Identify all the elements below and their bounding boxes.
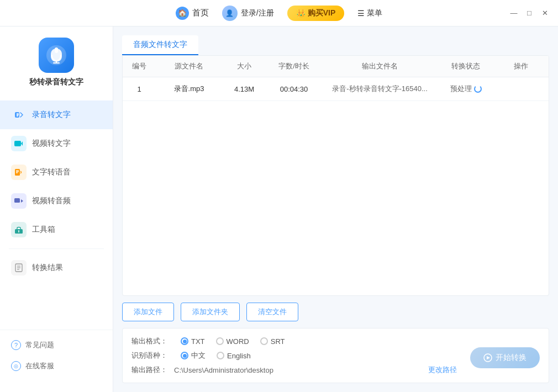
start-btn-area: 开始转换 [470, 347, 540, 368]
file-table: 编号 源文件名 大小 字数/时长 输出文件名 转换状态 操作 1 录音.mp3 … [122, 55, 549, 296]
faq-label: 常见问题 [25, 340, 54, 350]
minimize-button[interactable]: — [509, 9, 518, 18]
home-nav[interactable]: 🏠 首页 [176, 7, 209, 20]
video-to-text-icon [11, 136, 27, 151]
faq-icon: ? [11, 340, 21, 350]
sidebar-item-result[interactable]: 转换结果 [0, 253, 113, 282]
lang-en-label: English [227, 352, 251, 360]
content-area: 音频文件转文字 编号 源文件名 大小 字数/时长 输出文件名 转换状态 操作 1… [113, 27, 558, 392]
maximize-button[interactable]: □ [525, 9, 534, 18]
start-convert-button[interactable]: 开始转换 [470, 347, 540, 368]
result-icon [11, 260, 27, 276]
vip-label: 购买VIP [308, 8, 336, 18]
radio-word-dot [216, 337, 224, 345]
sidebar-item-label: 视频转音频 [32, 196, 71, 206]
change-path-button[interactable]: 更改路径 [428, 365, 457, 375]
sidebar-item-video-to-text[interactable]: 视频转文字 [0, 129, 113, 158]
col-action: 操作 [493, 61, 549, 71]
col-status: 转换状态 [438, 61, 493, 71]
logo-title: 秒转录音转文字 [29, 77, 83, 87]
toolbox-icon [11, 222, 27, 237]
svg-rect-14 [14, 198, 20, 203]
status-processing: 预处理 [438, 84, 493, 94]
video-to-audio-icon [11, 193, 27, 209]
row-source: 录音.mp3 [156, 84, 222, 94]
window-controls: — □ ✕ [509, 9, 549, 18]
close-button[interactable]: ✕ [540, 9, 549, 18]
title-bar-center: 🏠 首页 👤 登录/注册 👑 购买VIP ☰ 菜单 [176, 6, 382, 21]
main-layout: 秒转录音转文字 录音转文字 [0, 27, 558, 392]
col-id: 编号 [123, 61, 156, 71]
format-srt-label: SRT [271, 337, 285, 346]
sidebar-item-label: 录音转文字 [32, 110, 71, 120]
svg-rect-10 [15, 169, 20, 176]
sidebar-nav: 录音转文字 视频转文字 [0, 100, 113, 330]
table-body: 1 录音.mp3 4.13M 00:04:30 录音-秒转录音转文字-16540… [123, 77, 549, 295]
clear-files-button[interactable]: 清空文件 [246, 303, 298, 321]
support-button[interactable]: ◎ 在线客服 [0, 356, 113, 377]
add-file-button[interactable]: 添加文件 [122, 303, 174, 321]
lang-label: 识别语种： [131, 351, 167, 361]
format-srt[interactable]: SRT [260, 337, 285, 346]
sidebar-item-audio-to-text[interactable]: 录音转文字 [0, 100, 113, 129]
lang-radio-group: 中文 English [181, 351, 251, 361]
menu-button[interactable]: ☰ 菜单 [357, 8, 382, 18]
sidebar-bottom: ? 常见问题 ◎ 在线客服 [0, 330, 113, 381]
row-duration: 00:04:30 [266, 85, 322, 93]
lang-cn-label: 中文 [191, 351, 206, 361]
radio-txt-dot [181, 337, 188, 345]
svg-marker-9 [21, 141, 23, 146]
options-area: 输出格式： TXT WORD [122, 328, 549, 383]
table-row: 1 录音.mp3 4.13M 00:04:30 录音-秒转录音转文字-16540… [123, 77, 549, 101]
logo-icon [39, 38, 74, 73]
play-icon [483, 353, 492, 362]
sidebar-divider [9, 248, 104, 249]
avatar: 👤 [222, 6, 238, 21]
crown-icon: 👑 [296, 9, 306, 18]
row-status: 预处理 [438, 84, 493, 94]
home-label: 首页 [192, 8, 209, 18]
col-output: 输出文件名 [322, 61, 438, 71]
support-icon: ◎ [11, 361, 21, 371]
radio-en-dot [217, 352, 224, 359]
sidebar-item-label: 视频转文字 [32, 139, 71, 149]
bottom-section: 添加文件 添加文件夹 清空文件 输出格式： TXT [122, 296, 549, 383]
support-label: 在线客服 [25, 361, 54, 371]
title-bar: 🏠 首页 👤 登录/注册 👑 购买VIP ☰ 菜单 — □ ✕ [0, 0, 558, 27]
format-word[interactable]: WORD [216, 337, 249, 346]
lang-chinese[interactable]: 中文 [181, 351, 206, 361]
options-left: 输出格式： TXT WORD [131, 334, 457, 377]
vip-button[interactable]: 👑 购买VIP [287, 6, 345, 21]
svg-marker-22 [487, 356, 490, 359]
sidebar-logo: 秒转录音转文字 [0, 38, 113, 87]
row-output: 录音-秒转录音转文字-16540... [322, 84, 438, 94]
add-folder-button[interactable]: 添加文件夹 [181, 303, 240, 321]
format-txt[interactable]: TXT [181, 337, 205, 346]
format-radio-group: TXT WORD SRT [181, 337, 285, 346]
row-id: 1 [123, 85, 156, 93]
col-source: 源文件名 [156, 61, 222, 71]
col-size: 大小 [222, 61, 266, 71]
sidebar-item-toolbox[interactable]: 工具箱 [0, 215, 113, 244]
lang-english[interactable]: English [217, 352, 251, 360]
sidebar-item-label: 文字转语音 [32, 167, 71, 177]
audio-to-text-icon [11, 107, 27, 123]
format-label: 输出格式： [131, 336, 167, 346]
status-label: 预处理 [450, 84, 472, 94]
home-icon: 🏠 [176, 7, 189, 20]
format-txt-label: TXT [191, 337, 205, 346]
sidebar-item-video-to-audio[interactable]: 视频转音频 [0, 187, 113, 215]
radio-cn-dot [181, 352, 188, 359]
sidebar-item-text-to-speech[interactable]: 文字转语音 [0, 158, 113, 187]
content-tab[interactable]: 音频文件转文字 [122, 35, 198, 55]
faq-button[interactable]: ? 常见问题 [0, 335, 113, 356]
sidebar-item-label: 工具箱 [32, 225, 55, 235]
row-size: 4.13M [222, 85, 266, 93]
sidebar: 秒转录音转文字 录音转文字 [0, 27, 113, 392]
col-duration: 字数/时长 [266, 61, 322, 71]
login-button[interactable]: 👤 登录/注册 [222, 6, 274, 21]
bottom-actions: 添加文件 添加文件夹 清空文件 [122, 296, 549, 326]
menu-label: 菜单 [367, 8, 382, 18]
path-label: 输出路径： [131, 365, 167, 375]
result-label: 转换结果 [32, 263, 63, 273]
